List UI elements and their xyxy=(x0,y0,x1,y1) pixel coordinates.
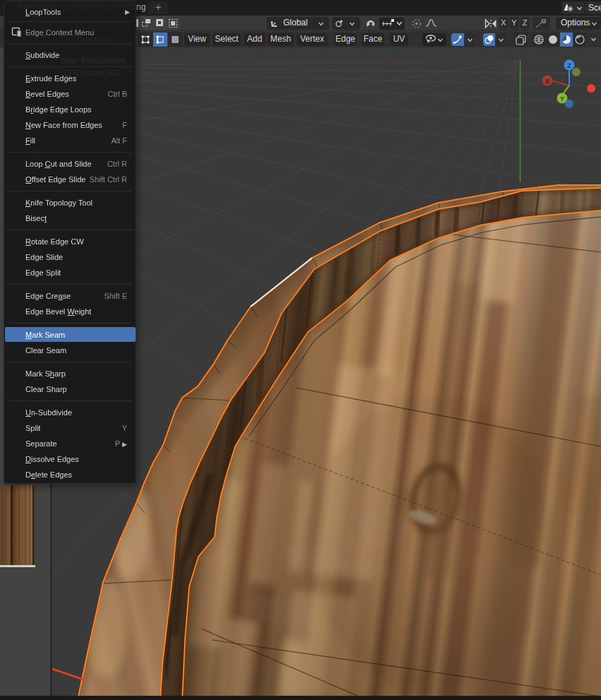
svg-text:Z: Z xyxy=(567,62,571,69)
svg-text:X: X xyxy=(545,78,549,85)
svg-text:Y: Y xyxy=(560,95,564,102)
